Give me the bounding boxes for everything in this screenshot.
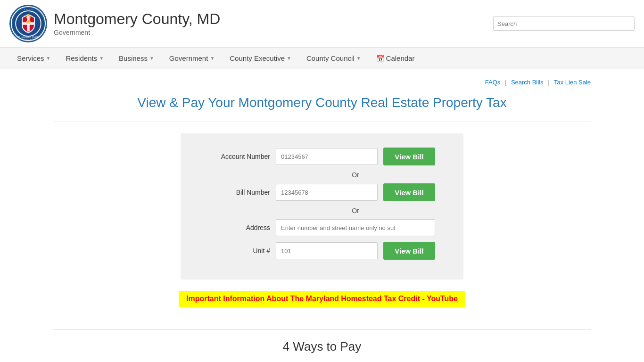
nav-calendar-label: Calendar — [386, 54, 415, 62]
account-number-input[interactable] — [276, 148, 378, 165]
sep-1: | — [505, 79, 506, 86]
nav-services-chevron: ▼ — [46, 56, 51, 61]
page-title: View & Pay Your Montgomery County Real E… — [53, 95, 591, 110]
view-bill-button-bill[interactable]: View Bill — [383, 183, 435, 201]
bill-number-input[interactable] — [276, 184, 378, 201]
nav-county-executive-chevron: ▼ — [287, 56, 291, 61]
address-row: Address — [209, 219, 435, 236]
header-branding: MONTGOMERY COUNTY ★ 1776 ★ MARYLAND Mont… — [9, 5, 220, 42]
address-label: Address — [209, 224, 270, 231]
unit-input[interactable] — [276, 242, 378, 259]
address-input[interactable] — [276, 219, 435, 236]
main-content: FAQs | Search Bills | Tax Lien Sale View… — [39, 69, 605, 362]
unit-row: Unit # View Bill — [209, 242, 435, 260]
bill-number-label: Bill Number — [209, 189, 270, 196]
calendar-icon: 📅 — [376, 55, 384, 62]
nav-item-business[interactable]: Business ▼ — [111, 48, 162, 69]
or-separator-1: Or — [209, 171, 435, 179]
account-number-row: Account Number View Bill — [209, 148, 435, 165]
tax-lien-sale-link[interactable]: Tax Lien Sale — [554, 79, 591, 86]
site-subtitle: Government — [54, 29, 220, 36]
important-info-link[interactable]: Important Information About The Maryland… — [179, 295, 465, 303]
view-bill-button-address[interactable]: View Bill — [383, 242, 435, 260]
top-links-bar: FAQs | Search Bills | Tax Lien Sale — [53, 79, 591, 86]
faqs-link[interactable]: FAQs — [485, 79, 501, 86]
nav-residents-chevron: ▼ — [99, 56, 104, 61]
main-nav: Services ▼ Residents ▼ Business ▼ Govern… — [0, 48, 644, 69]
bill-number-row: Bill Number View Bill — [209, 183, 435, 201]
svg-text:MONTGOMERY COUNTY: MONTGOMERY COUNTY — [16, 36, 41, 38]
nav-item-calendar[interactable]: 📅 Calendar — [369, 48, 422, 69]
view-bill-button-account[interactable]: View Bill — [383, 148, 435, 165]
nav-item-services[interactable]: Services ▼ — [9, 48, 58, 69]
nav-item-county-council[interactable]: County Council ▼ — [299, 48, 369, 69]
bottom-divider — [53, 329, 591, 330]
svg-text:★ 1776 ★: ★ 1776 ★ — [24, 8, 33, 11]
ways-to-pay-title: 4 Ways to Pay — [53, 339, 591, 354]
site-title: Montgomery County, MD — [54, 11, 220, 27]
banner-wrap: Important Information About The Maryland… — [53, 291, 591, 318]
nav-services-label: Services — [17, 54, 44, 62]
site-header: MONTGOMERY COUNTY ★ 1776 ★ MARYLAND Mont… — [0, 0, 644, 48]
site-name-block: Montgomery County, MD Government — [54, 11, 220, 36]
site-logo: MONTGOMERY COUNTY ★ 1776 ★ MARYLAND — [9, 5, 47, 42]
nav-item-government[interactable]: Government ▼ — [162, 48, 222, 69]
sep-2: | — [548, 79, 549, 86]
important-info-banner: Important Information About The Maryland… — [179, 291, 465, 307]
nav-business-label: Business — [119, 54, 148, 62]
nav-business-chevron: ▼ — [149, 56, 154, 61]
nav-item-residents[interactable]: Residents ▼ — [58, 48, 111, 69]
nav-item-county-executive[interactable]: County Executive ▼ — [222, 48, 299, 69]
nav-government-label: Government — [169, 54, 208, 62]
search-input[interactable] — [493, 16, 635, 31]
svg-text:MARYLAND: MARYLAND — [23, 38, 33, 41]
nav-county-council-chevron: ▼ — [356, 56, 361, 61]
header-search-area — [493, 16, 635, 31]
nav-residents-label: Residents — [66, 54, 97, 62]
nav-county-council-label: County Council — [306, 54, 355, 62]
search-bills-link[interactable]: Search Bills — [511, 79, 544, 86]
property-tax-form: Account Number View Bill Or Bill Number … — [181, 133, 463, 280]
account-number-label: Account Number — [209, 153, 270, 160]
title-divider — [53, 122, 591, 122]
nav-county-executive-label: County Executive — [230, 54, 285, 62]
nav-government-chevron: ▼ — [210, 56, 215, 61]
or-separator-2: Or — [209, 207, 435, 214]
unit-label: Unit # — [209, 247, 270, 255]
